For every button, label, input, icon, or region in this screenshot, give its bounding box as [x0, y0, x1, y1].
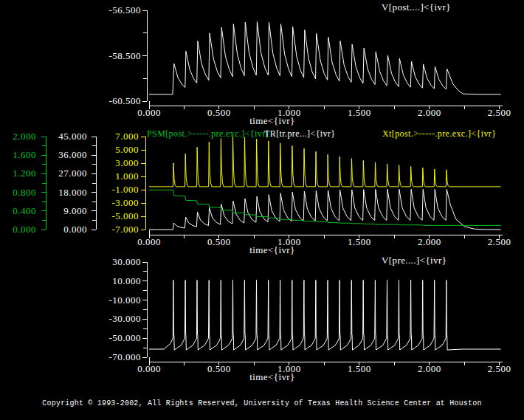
y-tick-label: -5.000 — [111, 210, 139, 221]
x-tick-label: 2.000 — [418, 107, 441, 118]
y-tick-label: 3.000 — [115, 157, 139, 168]
x-tick-label: 0.000 — [137, 107, 161, 118]
y-tick-label: 1.000 — [115, 171, 139, 182]
x-tick-label: 0.000 — [137, 236, 161, 247]
y-tick-label: -7.000 — [111, 224, 139, 235]
xt-series-label: Xt[post.>-----.pre.exc.]<{ivr} — [382, 129, 496, 139]
x-tick-label: 2.500 — [488, 236, 511, 247]
psm-series-label: PSM[post.>-----.pre.exc.]<{ivr} — [147, 129, 270, 139]
copyright-text: Copyright © 1993-2002, All Rights Reserv… — [0, 399, 524, 407]
y-tick-label: 45.000 — [58, 131, 87, 142]
trace-v-post — [149, 21, 501, 94]
y-tick-label: 7.000 — [115, 131, 139, 142]
tr-series-label: TR[tr.pre...]<{ivr} — [264, 129, 336, 139]
x-tick-label: 2.500 — [488, 107, 511, 118]
y-tick-label: -3.000 — [111, 197, 139, 208]
y-tick-label: -70.000 — [108, 351, 141, 362]
x-tick-label: 2.000 — [418, 363, 441, 374]
y-tick-label: 2.000 — [13, 131, 36, 142]
y-tick-label: 5.000 — [115, 144, 139, 155]
x-tick-label: 0.000 — [137, 363, 161, 374]
y-tick-label: -58.500 — [108, 50, 141, 61]
middle-plot-time-label: time<{ivr} — [221, 245, 324, 255]
y-tick-label: 0.800 — [13, 187, 36, 198]
y-tick-label: 0.000 — [63, 224, 87, 235]
bottom-plot-time-label: time<{ivr} — [221, 372, 324, 382]
y-tick-label: 0.000 — [13, 224, 36, 235]
y-tick-label: 0.400 — [13, 205, 36, 216]
y-tick-label: 1.600 — [13, 149, 36, 160]
y-tick-label: 18.000 — [58, 187, 87, 198]
x-tick-label: 2.000 — [418, 236, 441, 247]
y-tick-label: -1.000 — [111, 184, 139, 195]
y-tick-label: 30.000 — [112, 256, 141, 267]
x-tick-label: 1.500 — [348, 363, 371, 374]
y-tick-label: -10.000 — [108, 295, 141, 306]
top-plot-title: V[post....]<{ivr} — [382, 2, 451, 13]
y-tick-label: -50.000 — [108, 332, 141, 343]
bottom-plot-title: V[pre....]<{ivr} — [382, 255, 447, 266]
y-tick-label: 9.000 — [63, 205, 87, 216]
y-tick-label: -30.000 — [108, 313, 141, 324]
trace-tr — [149, 189, 501, 230]
y-tick-label: 1.200 — [13, 168, 36, 179]
snnap-output-window: -56.500-58.500-60.5000.0000.5001.0001.50… — [0, 0, 524, 420]
y-tick-label: -56.500 — [108, 4, 141, 16]
x-tick-label: 2.500 — [488, 363, 511, 374]
top-plot-time-label: time<{ivr} — [221, 116, 324, 126]
trace-v-pre — [149, 280, 501, 351]
x-tick-label: 1.500 — [348, 107, 371, 118]
y-tick-label: -60.500 — [108, 95, 141, 106]
x-tick-label: 1.500 — [348, 236, 371, 247]
y-tick-label: 27.000 — [58, 168, 87, 179]
trace-xt — [149, 137, 501, 187]
plot-canvas: -56.500-58.500-60.5000.0000.5001.0001.50… — [0, 0, 524, 420]
y-tick-label: 10.000 — [112, 275, 141, 286]
y-tick-label: 36.000 — [58, 149, 87, 160]
